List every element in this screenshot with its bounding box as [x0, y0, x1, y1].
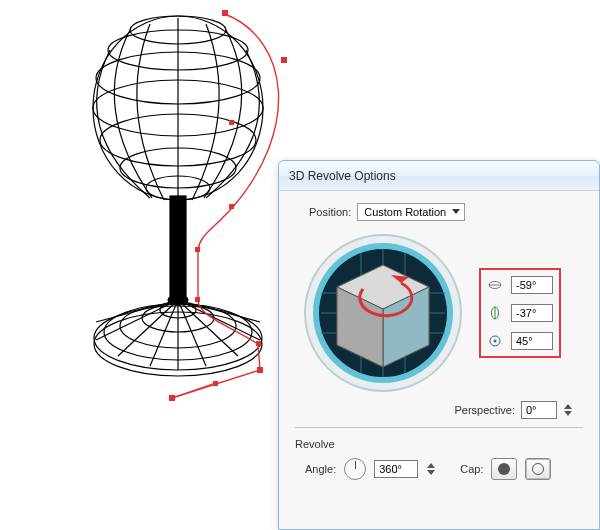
perspective-stepper[interactable]	[563, 402, 573, 418]
position-value: Custom Rotation	[364, 206, 446, 218]
rotation-trackball[interactable]	[301, 231, 465, 395]
perspective-label: Perspective:	[454, 404, 515, 416]
svg-rect-28	[229, 204, 234, 209]
perspective-input[interactable]: 0°	[521, 401, 557, 419]
svg-line-35	[172, 383, 215, 398]
svg-rect-27	[229, 120, 234, 125]
angle-stepper[interactable]	[426, 461, 436, 477]
svg-rect-25	[222, 10, 228, 16]
dialog-title: 3D Revolve Options	[289, 169, 396, 183]
cap-solid-button[interactable]	[491, 458, 517, 480]
revolve-dialog: 3D Revolve Options Position: Custom Rota…	[278, 160, 600, 530]
angle-input[interactable]: 360°	[374, 460, 418, 478]
svg-rect-26	[281, 57, 287, 63]
svg-marker-57	[564, 411, 572, 416]
svg-rect-32	[257, 367, 263, 373]
svg-marker-58	[427, 463, 435, 468]
svg-rect-29	[195, 247, 200, 252]
cap-solid-icon	[498, 463, 510, 475]
cap-label: Cap:	[460, 463, 483, 475]
svg-rect-8	[170, 196, 186, 300]
position-label: Position:	[309, 206, 351, 218]
cap-hollow-button[interactable]	[525, 458, 551, 480]
svg-line-17	[150, 300, 178, 366]
rotate-z-icon	[487, 333, 503, 349]
svg-rect-31	[256, 341, 261, 346]
rotate-x-input[interactable]: -59°	[511, 276, 553, 294]
angle-label: Angle:	[305, 463, 336, 475]
cap-hollow-icon	[532, 463, 544, 475]
chevron-down-icon	[452, 209, 460, 214]
dialog-titlebar[interactable]: 3D Revolve Options	[279, 161, 599, 191]
svg-marker-56	[564, 404, 572, 409]
svg-rect-30	[195, 297, 200, 302]
revolve-group-label: Revolve	[295, 438, 583, 450]
rotate-y-input[interactable]: -37°	[511, 304, 553, 322]
divider	[295, 427, 583, 428]
rotate-y-icon	[487, 305, 503, 321]
rotate-x-icon	[487, 277, 503, 293]
angle-dial[interactable]	[344, 458, 366, 480]
rotation-values-highlight: -59° -37° 45°	[479, 268, 561, 358]
rotate-z-input[interactable]: 45°	[511, 332, 553, 350]
svg-point-55	[494, 340, 497, 343]
svg-marker-59	[427, 470, 435, 475]
position-select[interactable]: Custom Rotation	[357, 203, 465, 221]
